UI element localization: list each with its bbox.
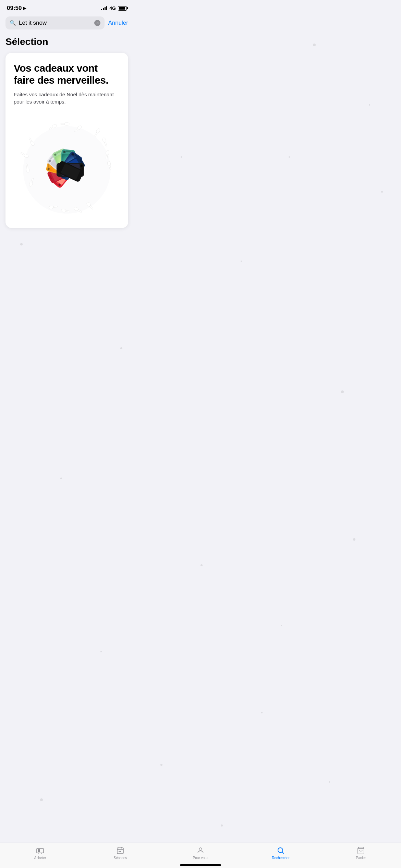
svg-rect-28	[61, 123, 65, 125]
promo-headline: Vos cadeaux vont faire des merveilles.	[14, 62, 120, 86]
signal-bar-3	[105, 7, 106, 10]
promo-subtext: Faites vos cadeaux de Noël dès maintenan…	[14, 91, 120, 105]
signal-bar-2	[103, 8, 104, 10]
location-icon: ▶	[23, 6, 26, 11]
battery-fill	[119, 7, 125, 10]
svg-point-3	[102, 137, 107, 143]
cancel-button[interactable]: Annuler	[108, 20, 128, 26]
search-input-wrap[interactable]: 🔍 ✕	[5, 16, 105, 29]
signal-bar-4	[106, 6, 107, 10]
signal-bar-1	[101, 9, 102, 10]
section-title: Sélection	[5, 36, 128, 47]
time-display: 09:50	[7, 5, 22, 12]
main-content: Sélection Vos cadeaux vont faire des mer…	[0, 34, 134, 228]
promo-image	[14, 112, 120, 218]
status-right-icons: 4G	[101, 5, 127, 11]
svg-rect-12	[21, 152, 25, 156]
search-bar-container: 🔍 ✕ Annuler	[0, 14, 134, 34]
svg-rect-4	[105, 142, 107, 146]
svg-rect-10	[29, 137, 32, 142]
phones-fan-svg	[14, 112, 120, 218]
search-clear-button[interactable]: ✕	[94, 20, 100, 26]
svg-rect-2	[94, 132, 98, 137]
search-magnifier-icon: 🔍	[10, 20, 16, 26]
signal-bars	[101, 6, 107, 10]
svg-point-27	[64, 122, 70, 125]
svg-point-73	[81, 165, 82, 167]
network-type: 4G	[109, 5, 116, 11]
status-time: 09:50 ▶	[7, 5, 26, 12]
battery-icon	[118, 6, 127, 11]
status-bar: 09:50 ▶ 4G	[0, 0, 134, 14]
search-input[interactable]	[19, 20, 92, 26]
promo-card[interactable]: Vos cadeaux vont faire des merveilles. F…	[5, 53, 128, 228]
